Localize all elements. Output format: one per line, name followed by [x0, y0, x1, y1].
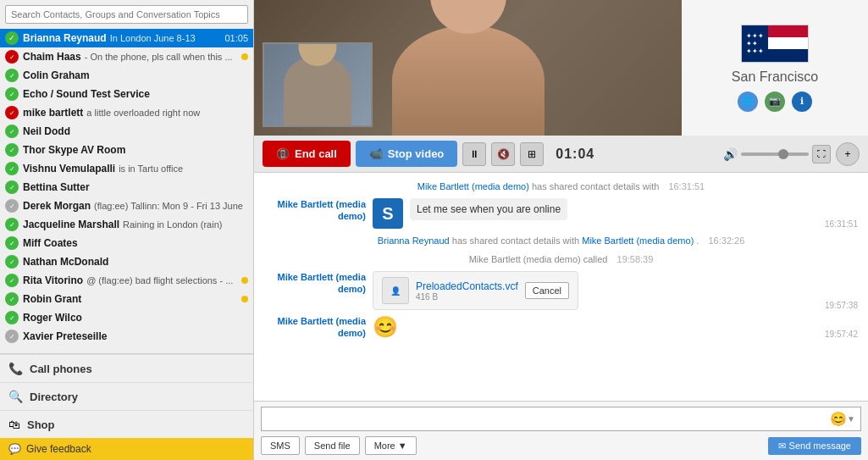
- search-input[interactable]: [5, 5, 248, 24]
- contact-item-robin[interactable]: ✓ Robin Grant: [0, 290, 253, 308]
- contact-mood: - On the phone, pls call when this ...: [85, 52, 233, 62]
- nav-call-phones-label: Call phones: [30, 363, 92, 375]
- nav-item-directory[interactable]: 🔍 Directory: [0, 382, 253, 410]
- contact-status-icon: ✓: [5, 311, 19, 324]
- contact-status-icon: ✓: [5, 292, 19, 306]
- contact-item-jacqueline[interactable]: ✓ Jacqueline Marshall Raining in London …: [0, 215, 253, 234]
- directory-icon: 🔍: [8, 390, 23, 403]
- input-area: 😊 ▼ SMS Send file More ▼ ✉ Send message: [254, 401, 868, 460]
- end-call-phone-icon: 📵: [276, 147, 290, 160]
- contact-item-active[interactable]: ✓ Brianna Reynaud In London June 8-13 01…: [0, 29, 253, 47]
- chat-emoji-1: Mike Bartlett (mediademo) 😊 19:57:42: [264, 315, 858, 339]
- contacts-list-body: ✓ Chaim Haas - On the phone, pls call wh…: [0, 47, 253, 346]
- fullscreen-button[interactable]: ⛶: [812, 145, 831, 163]
- emoji-button[interactable]: 😊: [830, 411, 847, 427]
- contact-item-mike-bartlett[interactable]: ✓ mike bartlett a little overloaded righ…: [0, 103, 253, 122]
- contact-status-icon: ✓: [5, 143, 19, 157]
- contact-status-icon: ✓: [5, 180, 19, 194]
- sms-button[interactable]: SMS: [261, 436, 300, 455]
- contact-item-xavier[interactable]: ✓ Xavier Preteseille: [0, 327, 253, 346]
- grid-button[interactable]: ⊞: [520, 142, 544, 166]
- system-msg-1-text: Mike Bartlett (media demo) has shared co…: [264, 181, 858, 191]
- contact-status-icon: ✓: [5, 255, 19, 269]
- contact-item-roger[interactable]: ✓ Roger Wilco: [0, 308, 253, 327]
- contact-item-echo-sound[interactable]: ✓ Echo / Sound Test Service: [0, 85, 253, 103]
- nav-directory-label: Directory: [30, 391, 78, 403]
- chat-sender-emoji: Mike Bartlett (mediademo): [277, 316, 366, 338]
- contact-status-icon: ✓: [5, 218, 19, 231]
- volume-slider[interactable]: [741, 152, 809, 156]
- mute-button[interactable]: 🔇: [491, 142, 515, 166]
- chat-avatar-1: S: [373, 198, 403, 229]
- globe-icon[interactable]: 🌐: [738, 91, 758, 112]
- contact-name: mike bartlett: [23, 107, 83, 119]
- contact-item-miff-coates[interactable]: ✓ Miff Coates: [0, 234, 253, 252]
- flag-image: ✦✦✦✦✦✦✦✦: [741, 25, 809, 63]
- contact-name: Bettina Sutter: [23, 181, 90, 193]
- contact-name: Nathan McDonald: [23, 256, 108, 268]
- volume-icon: 🔊: [723, 147, 738, 161]
- contact-mood: (flag:ee) Tallinn: Mon 9 - Fri 13 June: [94, 201, 243, 211]
- contact-item-bettina[interactable]: ✓ Bettina Sutter: [0, 178, 253, 197]
- chat-time-emoji: 19:57:42: [825, 330, 858, 339]
- message-input[interactable]: [267, 413, 830, 425]
- contact-status-icon: ✓: [5, 50, 19, 64]
- search-box-container: [0, 0, 253, 29]
- stop-video-button[interactable]: 📹 Stop video: [356, 141, 457, 167]
- emoji-chevron-icon[interactable]: ▼: [847, 414, 855, 424]
- contact-item-derek[interactable]: ✓ Derek Morgan (flag:ee) Tallinn: Mon 9 …: [0, 197, 253, 215]
- chat-emoji-content: 😊: [373, 315, 398, 339]
- contact-status-icon: ✓: [5, 106, 19, 119]
- contact-name: Jacqueline Marshall: [23, 219, 119, 230]
- contact-name: Chaim Haas: [23, 51, 81, 63]
- chat-area: Mike Bartlett (media demo) has shared co…: [254, 173, 868, 401]
- system-msg-3-time: 19:58:39: [617, 254, 654, 264]
- contact-item-vishnu[interactable]: ✓ Vishnu Vemulapalli is in Tartu office: [0, 159, 253, 178]
- contact-name: Derek Morgan: [23, 200, 91, 212]
- online-badge: [241, 296, 248, 302]
- contact-status-icon: ✓: [5, 31, 19, 45]
- contact-item-nathan[interactable]: ✓ Nathan McDonald: [0, 252, 253, 271]
- info-icon[interactable]: ℹ: [792, 91, 812, 112]
- chat-sender-file: Mike Bartlett (mediademo): [277, 272, 366, 294]
- active-contact-name: Brianna Reynaud: [23, 32, 107, 44]
- contact-item-neil-dodd[interactable]: ✓ Neil Dodd: [0, 122, 253, 141]
- input-actions: SMS Send file More ▼ ✉ Send message: [261, 436, 861, 455]
- contact-name: Vishnu Vemulapalli: [23, 163, 115, 175]
- video-small: [263, 42, 373, 127]
- more-button[interactable]: More ▼: [365, 436, 417, 455]
- active-contact-status: In London June 8-13: [110, 33, 196, 43]
- chat-bubble-1: Let me see when you are online: [410, 198, 567, 220]
- nav-item-call-phones[interactable]: 📞 Call phones: [0, 354, 253, 382]
- feedback-bar[interactable]: 💬 Give feedback: [0, 438, 253, 460]
- chat-system-msg-2: Brianna Reynaud has shared contact detai…: [264, 234, 858, 247]
- file-icon: 👤: [382, 277, 409, 304]
- volume-slider-thumb: [778, 149, 788, 159]
- contact-item-thor-skype[interactable]: ✓ Thor Skype AV Room: [0, 141, 253, 159]
- end-call-button[interactable]: 📵 End call: [263, 141, 351, 167]
- send-message-button[interactable]: ✉ Send message: [768, 437, 861, 455]
- stop-video-label: Stop video: [388, 147, 444, 160]
- bottom-nav: 📞 Call phones 🔍 Directory 🛍 Shop 💬 Give …: [0, 353, 253, 460]
- contact-item-rita[interactable]: ✓ Rita Vitorino @ (flag:ee) bad flight s…: [0, 271, 253, 290]
- contact-item-colin-graham[interactable]: ✓ Colin Graham: [0, 66, 253, 85]
- feedback-label: Give feedback: [26, 443, 91, 455]
- more-options-button[interactable]: +: [836, 142, 860, 166]
- camera-icon[interactable]: 📷: [765, 91, 785, 112]
- send-file-button[interactable]: Send file: [305, 436, 360, 455]
- contact-item-chaim-haas[interactable]: ✓ Chaim Haas - On the phone, pls call wh…: [0, 47, 253, 66]
- feedback-icon: 💬: [8, 443, 21, 455]
- contact-mood: is in Tartu office: [119, 163, 183, 174]
- chat-file-1: Mike Bartlett (mediademo) 👤 PreloadedCon…: [264, 271, 858, 310]
- chat-time-file: 19:57:38: [825, 301, 858, 310]
- contact-status-icon: ✓: [5, 199, 19, 213]
- pause-button[interactable]: ⏸: [462, 142, 486, 166]
- nav-item-shop[interactable]: 🛍 Shop: [0, 410, 253, 438]
- flag-area: ✦✦✦✦✦✦✦✦ San Francisco 🌐 📷 ℹ: [682, 0, 868, 136]
- volume-control: 🔊 ⛶: [723, 145, 831, 163]
- chat-time-1: 16:31:51: [825, 219, 858, 229]
- online-badge: [241, 277, 248, 284]
- video-main: [254, 0, 682, 136]
- cancel-file-button[interactable]: Cancel: [525, 282, 569, 299]
- contact-mood: a little overloaded right now: [86, 108, 200, 118]
